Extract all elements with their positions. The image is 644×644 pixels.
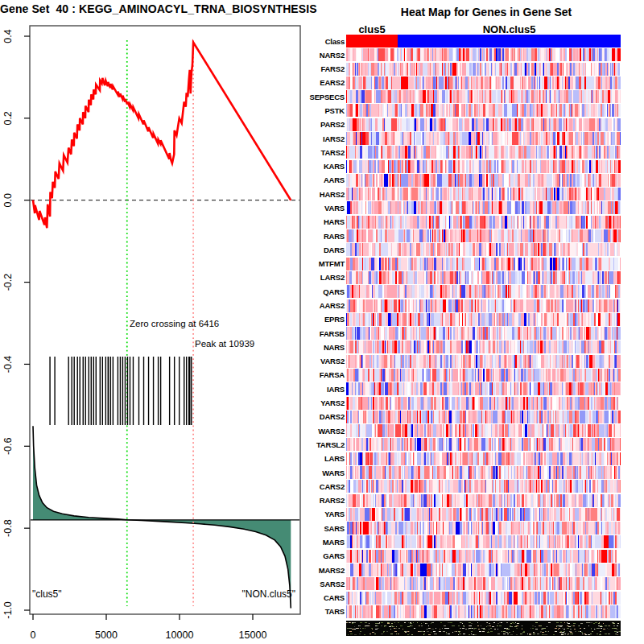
sample-name-speck [617,625,618,626]
sample-name-speck [523,631,525,632]
heatmap-row [346,480,621,493]
sample-name-speck [409,634,410,634]
sample-name-speck [570,629,572,630]
sample-name-speck [560,622,562,623]
sample-name-speck [510,626,513,627]
sample-name-speck [590,622,592,623]
sample-name-speck [407,626,410,627]
sample-name-speck [533,632,535,633]
heatmap-row [346,63,621,76]
sample-name-speck [448,634,450,634]
sample-name-speck [522,628,522,629]
sample-name-speck [603,623,604,624]
sample-name-speck [393,626,394,627]
sample-name-speck [499,625,502,626]
heatmap-row [346,466,621,479]
gene-row-label: FARS2 [274,64,345,73]
sample-name-speck [458,631,460,632]
sample-name-speck [428,625,429,626]
sample-name-speck [365,626,365,627]
heatmap-panel: Heat Map for Genes in Gene Set clus5 NON… [0,0,644,644]
gene-row-label: VARS [274,204,345,213]
gene-row-label: AARS2 [274,301,345,310]
sample-name-speck [458,634,459,635]
sample-name-speck [515,622,516,623]
heatmap-row [346,494,621,507]
sample-name-speck [349,631,352,632]
sample-name-speck [578,631,579,632]
sample-name-speck [458,625,460,626]
heatmap-row [346,243,621,256]
sample-name-speck [410,625,411,626]
sample-name-speck [532,625,534,626]
sample-name-speck [464,626,464,627]
sample-name-speck [594,629,595,630]
sample-name-speck [591,629,592,630]
sample-name-speck [497,634,500,634]
sample-name-speck [603,629,605,630]
sample-name-speck [548,631,549,632]
sample-name-speck [517,623,519,624]
sample-name-speck [548,622,551,623]
gene-row-label: FARSA [274,370,345,379]
gene-row-label: HARS2 [274,190,345,199]
sample-name-speck [613,625,615,626]
sample-name-speck [602,626,603,627]
sample-name-speck [591,628,592,629]
gene-row-label: NARS2 [274,51,345,60]
sample-name-speck [423,634,424,635]
gene-row-label: YARS2 [274,398,345,407]
sample-name-speck [369,625,370,626]
sample-name-speck [522,625,522,626]
sample-name-speck [347,628,349,629]
sample-name-speck [390,634,393,634]
heatmap-title: Heat Map for Genes in Gene Set [346,6,626,19]
sample-name-speck [513,631,514,632]
sample-name-speck [354,626,355,627]
sample-name-speck [436,628,436,629]
sample-name-speck [564,634,564,634]
gene-row-label: FARSB [274,329,345,338]
sample-name-speck [600,626,602,627]
sample-name-speck [431,622,434,623]
gene-row-label: CARS [274,593,345,602]
sample-name-speck [497,625,497,626]
sample-name-speck [381,634,383,634]
sample-name-speck [617,632,618,633]
sample-name-speck [537,634,539,634]
sample-name-speck [406,632,407,633]
sample-name-speck [433,631,436,632]
sample-name-speck [446,632,447,633]
sample-name-speck [398,634,398,634]
sample-name-speck [605,625,606,626]
sample-name-speck [598,623,600,624]
sample-name-speck [568,634,568,635]
sample-name-speck [349,622,350,623]
gene-row-label: RARS2 [274,496,345,505]
sample-name-speck [487,622,488,623]
sample-name-speck [460,622,461,623]
sample-name-speck [443,631,445,632]
sample-name-speck [540,631,542,632]
sample-name-speck [474,628,477,629]
sample-name-speck [541,629,543,630]
sample-name-speck [504,628,506,629]
sample-name-speck [503,634,506,634]
sample-name-speck [402,629,403,630]
sample-name-speck [423,622,424,623]
heatmap-row [346,48,621,61]
sample-name-speck [348,634,349,635]
sample-name-speck [469,622,471,623]
sample-name-speck [497,623,499,624]
sample-name-speck [493,622,495,623]
sample-name-speck [542,632,544,633]
sample-name-speck [352,629,354,630]
sample-name-speck [617,634,618,635]
sample-name-speck [492,626,494,627]
heatmap-row [346,522,621,535]
sample-name-speck [366,625,369,626]
class-label-nonclus5: NON.clus5 [398,23,621,35]
gene-row-label: SARS2 [274,580,345,588]
sample-name-speck [375,623,378,624]
heatmap-row [346,438,621,451]
